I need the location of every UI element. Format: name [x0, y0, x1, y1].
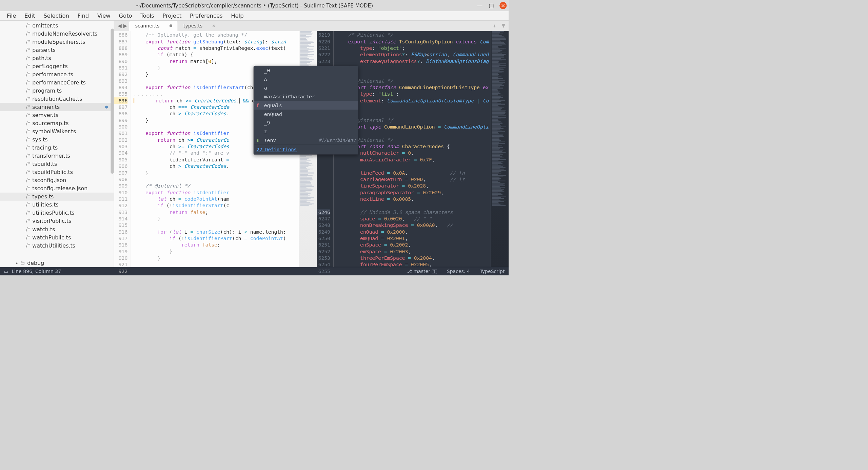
- menu-help[interactable]: Help: [227, 11, 248, 20]
- sidebar-folder-label: debug: [27, 260, 44, 266]
- panel-switcher-icon[interactable]: ▭: [4, 269, 8, 274]
- sidebar-item[interactable]: /*performanceCore.ts: [0, 78, 114, 86]
- file-icon: /*: [26, 129, 30, 135]
- menu-goto[interactable]: Goto: [115, 11, 136, 20]
- tab-close-icon[interactable]: ✕: [212, 23, 216, 28]
- sidebar-item-label: sourcemap.ts: [32, 120, 68, 126]
- sidebar-item-label: scanner.ts: [32, 104, 60, 110]
- autocomplete-label: equals: [264, 102, 282, 108]
- tab-types[interactable]: types.ts ✕: [177, 21, 220, 31]
- file-icon: /*: [26, 242, 30, 249]
- sidebar-item[interactable]: /*tsbuild.ts: [0, 160, 114, 168]
- autocomplete-label: _0: [264, 67, 270, 73]
- sidebar-item[interactable]: /*performance.ts: [0, 70, 114, 78]
- autocomplete-label: _9: [264, 120, 270, 126]
- sidebar-item-label: resolutionCache.ts: [32, 96, 82, 102]
- autocomplete-popup: _0AamaxAsciiCharacterfequalsenQuad_9zs!e…: [254, 66, 358, 155]
- autocomplete-label: z: [264, 129, 267, 134]
- file-icon: /*: [26, 194, 30, 200]
- sidebar-item-label: watchPublic.ts: [32, 234, 71, 240]
- sidebar-item[interactable]: /*semver.ts: [0, 111, 114, 119]
- sidebar-folder-debug[interactable]: ▸ 🗀 debug: [0, 258, 114, 267]
- sidebar-item[interactable]: /*transformer.ts: [0, 152, 114, 160]
- status-cursor[interactable]: Line 896, Column 37: [12, 269, 61, 274]
- sidebar-item[interactable]: /*symbolWalker.ts: [0, 128, 114, 136]
- file-icon: /*: [26, 177, 30, 183]
- sidebar-file-list[interactable]: /*emitter.ts/*moduleNameResolver.ts/*mod…: [0, 21, 114, 258]
- sidebar-item[interactable]: /*utilities.ts: [0, 201, 114, 209]
- sidebar-item[interactable]: /*parser.ts: [0, 46, 114, 54]
- sidebar-item[interactable]: /*perfLogger.ts: [0, 62, 114, 70]
- autocomplete-item[interactable]: maxAsciiCharacter: [254, 92, 358, 101]
- menu-preferences[interactable]: Preferences: [186, 11, 226, 20]
- modified-indicator-icon: [105, 105, 108, 108]
- sidebar-item[interactable]: /*sys.ts: [0, 136, 114, 144]
- sidebar-item[interactable]: /*sourcemap.ts: [0, 119, 114, 128]
- sidebar-item[interactable]: /*utilitiesPublic.ts: [0, 209, 114, 217]
- autocomplete-item[interactable]: a: [254, 83, 358, 92]
- autocomplete-item[interactable]: _9: [254, 118, 358, 127]
- tab-list-icon[interactable]: ▼: [501, 22, 506, 30]
- file-icon: /*: [26, 47, 30, 53]
- autocomplete-item[interactable]: A: [254, 75, 358, 83]
- autocomplete-item[interactable]: _0: [254, 66, 358, 75]
- sidebar-item-label: tsconfig.release.json: [32, 185, 87, 192]
- file-icon: /*: [26, 185, 30, 192]
- minimize-button[interactable]: —: [476, 2, 483, 9]
- file-icon: /*: [26, 79, 30, 85]
- sidebar-item[interactable]: /*scanner.ts: [0, 103, 114, 111]
- sidebar-item[interactable]: /*emitter.ts: [0, 21, 114, 30]
- tab-history-nav[interactable]: ◀ ▶: [116, 23, 129, 29]
- sidebar-item[interactable]: /*watchUtilities.ts: [0, 241, 114, 250]
- sidebar-item[interactable]: /*moduleSpecifiers.ts: [0, 38, 114, 46]
- menu-selection[interactable]: Selection: [40, 11, 73, 20]
- autocomplete-item[interactable]: fequals: [254, 101, 358, 110]
- gutter-left[interactable]: 8868878888898908918928938948958968978988…: [114, 31, 131, 267]
- editor-panes: 8868878888898908918928938948958968978988…: [114, 31, 509, 267]
- sidebar-item[interactable]: /*watch.ts: [0, 225, 114, 233]
- sidebar-item[interactable]: /*tracing.ts: [0, 144, 114, 152]
- sidebar-item[interactable]: /*watchPublic.ts: [0, 233, 114, 241]
- sidebar-item[interactable]: /*path.ts: [0, 54, 114, 62]
- tab-scanner[interactable]: scanner.ts: [129, 21, 177, 31]
- menu-project[interactable]: Project: [159, 11, 186, 20]
- sidebar-item-label: parser.ts: [32, 47, 56, 53]
- menu-view[interactable]: View: [93, 11, 114, 20]
- menu-bar: File Edit Selection Find View Goto Tools…: [0, 11, 509, 21]
- sidebar-item[interactable]: /*program.ts: [0, 86, 114, 95]
- sidebar-item[interactable]: /*types.ts: [0, 193, 114, 201]
- status-branch[interactable]: ⎇ master 1: [407, 269, 437, 274]
- sidebar-item[interactable]: /*visitorPublic.ts: [0, 217, 114, 225]
- tab-label: scanner.ts: [135, 23, 160, 28]
- autocomplete-label: enQuad: [264, 111, 282, 117]
- autocomplete-item[interactable]: z: [254, 127, 358, 136]
- maximize-button[interactable]: ▢: [488, 2, 495, 9]
- sidebar-item[interactable]: /*moduleNameResolver.ts: [0, 30, 114, 38]
- menu-edit[interactable]: Edit: [20, 11, 39, 20]
- file-icon: /*: [26, 137, 30, 143]
- sidebar-item-label: tracing.ts: [32, 145, 58, 151]
- sidebar-item[interactable]: /*tsconfig.json: [0, 176, 114, 184]
- sidebar-item[interactable]: /*tsconfig.release.json: [0, 184, 114, 193]
- menu-file[interactable]: File: [3, 11, 20, 20]
- autocomplete-footer[interactable]: 22 Definitions: [254, 145, 358, 155]
- autocomplete-item[interactable]: s!env#!/usr/bin/env: [254, 136, 358, 145]
- status-language[interactable]: TypeScript: [480, 269, 505, 274]
- menu-tools[interactable]: Tools: [137, 11, 158, 20]
- autocomplete-label: a: [264, 85, 267, 91]
- new-tab-icon[interactable]: ＋: [492, 22, 497, 30]
- minimap-right[interactable]: [491, 31, 509, 267]
- file-icon: /*: [26, 71, 30, 77]
- sidebar-item-label: utilities.ts: [32, 202, 58, 208]
- close-button[interactable]: ✕: [499, 2, 507, 9]
- sidebar: /*emitter.ts/*moduleNameResolver.ts/*mod…: [0, 21, 114, 267]
- sidebar-scrollbar[interactable]: [111, 28, 114, 174]
- disclosure-icon: ▸: [16, 261, 18, 265]
- sidebar-item[interactable]: /*resolutionCache.ts: [0, 95, 114, 103]
- status-spaces[interactable]: Spaces: 4: [447, 269, 470, 274]
- file-icon: /*: [26, 169, 30, 175]
- sidebar-item-label: moduleNameResolver.ts: [32, 31, 97, 37]
- autocomplete-item[interactable]: enQuad: [254, 110, 358, 118]
- menu-find[interactable]: Find: [74, 11, 93, 20]
- sidebar-item[interactable]: /*tsbuildPublic.ts: [0, 168, 114, 176]
